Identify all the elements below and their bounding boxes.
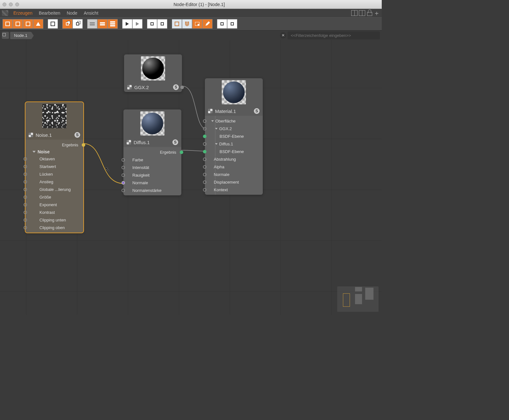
tool-frame[interactable] (172, 19, 182, 29)
port-alpha[interactable] (203, 165, 206, 169)
node-material1[interactable]: Material.1 S Oberfläche GGX.2 BSDF-Ebene… (205, 78, 263, 195)
traffic-lights (3, 3, 19, 6)
port-startwert[interactable] (24, 165, 27, 168)
port-label: BSDF-Ebene (208, 149, 244, 154)
node-canvas[interactable]: GGX.2 S Noise.1 S Ergebnis Noise Oktaven… (0, 40, 382, 315)
tool-triangle[interactable] (33, 19, 43, 29)
port-label: Alpha (208, 164, 224, 169)
port-bsdf-2[interactable] (203, 150, 206, 153)
port-normale[interactable] (122, 181, 125, 185)
tool-copy[interactable] (62, 19, 73, 29)
tool-align-1[interactable] (147, 19, 157, 29)
menu-bearbeiten[interactable]: Bearbeiten (36, 9, 64, 17)
port-luecken[interactable] (24, 172, 27, 176)
port-exponent[interactable] (24, 203, 27, 206)
port-label: BSDF-Ebene (208, 134, 244, 139)
zoom-window-button[interactable] (15, 3, 19, 6)
port-rauigkeit[interactable] (122, 173, 125, 177)
clear-filter-button[interactable]: ✕ (280, 32, 286, 38)
port-groesse[interactable] (24, 195, 27, 199)
minimap-node (365, 288, 373, 300)
port-normalenstaerke[interactable] (122, 189, 125, 192)
grip-icon (2, 10, 8, 16)
tool-play[interactable] (122, 19, 132, 29)
port-anstieg[interactable] (24, 180, 27, 184)
port-abstrahlung[interactable] (203, 158, 206, 161)
port-out[interactable] (180, 86, 184, 89)
home-node-icon[interactable] (2, 32, 9, 39)
magnet-icon (184, 21, 190, 27)
node-diffus1[interactable]: Diffus.1 S Ergebnis Farbe Intensität Rau… (123, 109, 181, 195)
port-label: Größe (39, 195, 80, 200)
node-type-icon (208, 109, 213, 113)
port-intensitaet[interactable] (122, 166, 125, 169)
wire-ggx-material (183, 86, 207, 129)
tool-rows-3[interactable] (108, 19, 118, 29)
tool-new-node[interactable] (3, 19, 13, 29)
tool-view-1[interactable] (192, 19, 202, 29)
minimize-window-button[interactable] (9, 3, 13, 6)
minimap-node (355, 294, 362, 304)
tool-rows-2[interactable] (97, 19, 108, 29)
breadcrumb-chip[interactable]: Node.1 (10, 32, 31, 39)
menu-erzeugen[interactable]: Erzeugen (10, 9, 36, 17)
menu-bar: Erzeugen Bearbeiten Node Ansicht ＋ (0, 9, 382, 17)
port-label: Normale (127, 180, 178, 185)
tool-snap[interactable] (182, 19, 192, 29)
port-diffus1[interactable] (203, 142, 206, 146)
wire-diffus-material (181, 150, 206, 151)
layout-right-icon[interactable] (359, 10, 365, 16)
port-clip-unten[interactable] (24, 218, 27, 222)
add-icon[interactable]: ＋ (373, 11, 380, 15)
port-ggx2[interactable] (203, 127, 206, 130)
port-farbe[interactable] (122, 158, 125, 162)
node-ggx2[interactable]: GGX.2 S (124, 54, 182, 92)
filter-input[interactable] (288, 32, 380, 39)
close-window-button[interactable] (3, 3, 6, 6)
port-ergebnis-out[interactable] (180, 150, 183, 154)
solo-badge[interactable]: S (74, 132, 80, 138)
tool-send-1[interactable] (217, 19, 227, 29)
menu-ansicht[interactable]: Ansicht (80, 9, 101, 17)
port-label: Exponent (39, 202, 80, 207)
port-oktaven[interactable] (24, 157, 27, 161)
solo-badge[interactable]: S (173, 84, 179, 90)
port-displacement[interactable] (203, 180, 206, 184)
caret-down-icon (32, 151, 36, 153)
group-label: Diffus.1 (219, 142, 233, 146)
tool-align-2[interactable] (157, 19, 167, 29)
port-oberflaeche[interactable] (203, 119, 206, 123)
minimap-selection (343, 293, 350, 307)
cursor-icon: ↖ (105, 166, 110, 173)
caret-down-icon (215, 128, 218, 130)
port-normale-m[interactable] (203, 173, 206, 176)
tool-rows-1[interactable] (87, 19, 97, 29)
lock-icon[interactable] (366, 10, 372, 16)
wire-noise-diffus[interactable] (83, 144, 124, 184)
port-ergebnis-out[interactable] (82, 143, 85, 147)
port-label: Kontext (208, 187, 228, 192)
solo-badge[interactable]: S (172, 139, 178, 145)
solo-badge[interactable]: S (254, 108, 260, 114)
tool-import[interactable] (48, 19, 58, 29)
layout-left-icon[interactable] (351, 10, 358, 16)
tool-node-out[interactable] (23, 19, 33, 29)
group-noise[interactable]: Noise (25, 149, 83, 155)
preview-material (222, 80, 246, 104)
tool-send-2[interactable] (227, 19, 237, 29)
port-label: Anstieg (39, 179, 80, 184)
tool-step[interactable] (132, 19, 143, 29)
minimap[interactable] (337, 286, 379, 312)
port-bsdf-1[interactable] (203, 135, 206, 138)
toolbar (0, 17, 382, 31)
tool-node-in[interactable] (13, 19, 23, 29)
menu-node[interactable]: Node (64, 9, 80, 17)
port-globale[interactable] (24, 188, 27, 191)
node-noise1[interactable]: Noise.1 S Ergebnis Noise Oktaven Startwe… (25, 102, 83, 233)
tool-view-2[interactable] (202, 19, 213, 29)
tool-paste[interactable] (73, 19, 83, 29)
port-clip-oben[interactable] (24, 226, 27, 229)
port-kontrast[interactable] (24, 211, 27, 214)
port-kontext[interactable] (203, 188, 206, 192)
port-label: Oktaven (39, 157, 80, 161)
